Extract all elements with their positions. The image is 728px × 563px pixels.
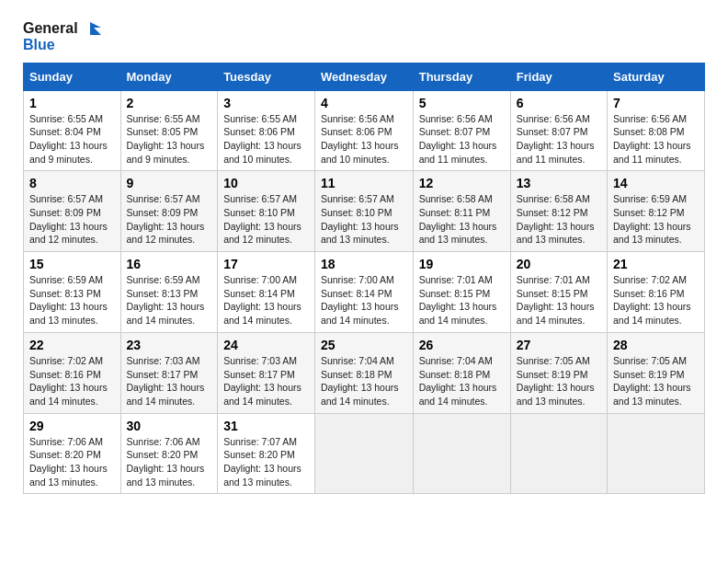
calendar-cell: 13 Sunrise: 6:58 AMSunset: 8:12 PMDaylig…: [510, 171, 607, 252]
day-number: 12: [419, 176, 505, 190]
day-number: 14: [613, 176, 699, 190]
day-info: Sunrise: 6:56 AMSunset: 8:07 PMDaylight:…: [517, 112, 601, 167]
calendar-cell: 27 Sunrise: 7:05 AMSunset: 8:19 PMDaylig…: [510, 332, 607, 413]
day-number: 9: [127, 176, 212, 190]
header-day-monday: Monday: [120, 63, 218, 90]
day-number: 26: [419, 338, 505, 352]
calendar-table: SundayMondayTuesdayWednesdayThursdayFrid…: [23, 63, 705, 495]
day-info: Sunrise: 6:59 AMSunset: 8:13 PMDaylight:…: [127, 273, 212, 327]
calendar-cell: [314, 413, 413, 494]
calendar-cell: [607, 413, 704, 494]
day-info: Sunrise: 7:04 AMSunset: 8:18 PMDaylight:…: [321, 354, 407, 408]
calendar-cell: 26 Sunrise: 7:04 AMSunset: 8:18 PMDaylig…: [413, 332, 510, 413]
calendar-cell: 7 Sunrise: 6:56 AMSunset: 8:08 PMDayligh…: [607, 90, 704, 171]
day-info: Sunrise: 6:57 AMSunset: 8:10 PMDaylight:…: [321, 192, 407, 247]
day-info: Sunrise: 7:00 AMSunset: 8:14 PMDaylight:…: [321, 273, 407, 327]
day-info: Sunrise: 7:02 AMSunset: 8:16 PMDaylight:…: [613, 273, 699, 327]
week-row-2: 8 Sunrise: 6:57 AMSunset: 8:09 PMDayligh…: [24, 171, 705, 252]
calendar-cell: 30 Sunrise: 7:06 AMSunset: 8:20 PMDaylig…: [120, 413, 218, 494]
calendar-cell: [413, 413, 510, 494]
calendar-cell: 2 Sunrise: 6:55 AMSunset: 8:05 PMDayligh…: [120, 90, 218, 171]
calendar-cell: 21 Sunrise: 7:02 AMSunset: 8:16 PMDaylig…: [607, 252, 704, 333]
day-number: 24: [223, 338, 309, 352]
day-number: 10: [223, 176, 309, 190]
logo-general: General: [23, 20, 78, 37]
day-info: Sunrise: 6:57 AMSunset: 8:09 PMDaylight:…: [127, 192, 212, 247]
calendar-cell: 9 Sunrise: 6:57 AMSunset: 8:09 PMDayligh…: [120, 171, 218, 252]
day-number: 23: [127, 338, 212, 352]
calendar-cell: 25 Sunrise: 7:04 AMSunset: 8:18 PMDaylig…: [314, 332, 413, 413]
day-number: 6: [517, 96, 601, 110]
day-number: 2: [127, 96, 212, 110]
week-row-5: 29 Sunrise: 7:06 AMSunset: 8:20 PMDaylig…: [24, 413, 705, 494]
calendar-cell: 19 Sunrise: 7:01 AMSunset: 8:15 PMDaylig…: [413, 252, 510, 333]
calendar-cell: 31 Sunrise: 7:07 AMSunset: 8:20 PMDaylig…: [218, 413, 315, 494]
calendar-header-row: SundayMondayTuesdayWednesdayThursdayFrid…: [24, 63, 705, 90]
logo-bird-icon: [81, 18, 101, 39]
calendar-cell: 16 Sunrise: 6:59 AMSunset: 8:13 PMDaylig…: [120, 252, 218, 333]
calendar-cell: 5 Sunrise: 6:56 AMSunset: 8:07 PMDayligh…: [413, 90, 510, 171]
day-number: 19: [419, 257, 505, 271]
calendar-cell: 12 Sunrise: 6:58 AMSunset: 8:11 PMDaylig…: [413, 171, 510, 252]
day-info: Sunrise: 7:06 AMSunset: 8:20 PMDaylight:…: [29, 435, 115, 489]
calendar-cell: 10 Sunrise: 6:57 AMSunset: 8:10 PMDaylig…: [218, 171, 315, 252]
logo-text: General Blue: [23, 18, 101, 53]
day-info: Sunrise: 7:07 AMSunset: 8:20 PMDaylight:…: [223, 435, 309, 489]
day-info: Sunrise: 7:00 AMSunset: 8:14 PMDaylight:…: [223, 273, 309, 327]
day-info: Sunrise: 6:55 AMSunset: 8:06 PMDaylight:…: [223, 112, 309, 167]
svg-marker-0: [90, 22, 101, 35]
day-number: 16: [127, 257, 212, 271]
day-info: Sunrise: 6:57 AMSunset: 8:10 PMDaylight:…: [223, 192, 309, 247]
calendar-cell: 15 Sunrise: 6:59 AMSunset: 8:13 PMDaylig…: [24, 252, 121, 333]
day-number: 8: [29, 176, 115, 190]
calendar-cell: 8 Sunrise: 6:57 AMSunset: 8:09 PMDayligh…: [24, 171, 121, 252]
day-number: 13: [517, 176, 601, 190]
calendar-cell: 4 Sunrise: 6:56 AMSunset: 8:06 PMDayligh…: [314, 90, 413, 171]
calendar-cell: 3 Sunrise: 6:55 AMSunset: 8:06 PMDayligh…: [218, 90, 315, 171]
logo-blue: Blue: [23, 37, 101, 53]
day-number: 5: [419, 96, 505, 110]
header-day-wednesday: Wednesday: [314, 63, 413, 90]
calendar-cell: 14 Sunrise: 6:59 AMSunset: 8:12 PMDaylig…: [607, 171, 704, 252]
week-row-4: 22 Sunrise: 7:02 AMSunset: 8:16 PMDaylig…: [24, 332, 705, 413]
day-info: Sunrise: 7:06 AMSunset: 8:20 PMDaylight:…: [127, 435, 212, 489]
day-number: 7: [613, 96, 699, 110]
calendar-cell: 11 Sunrise: 6:57 AMSunset: 8:10 PMDaylig…: [314, 171, 413, 252]
day-number: 25: [321, 338, 407, 352]
calendar-cell: 17 Sunrise: 7:00 AMSunset: 8:14 PMDaylig…: [218, 252, 315, 333]
day-info: Sunrise: 6:59 AMSunset: 8:13 PMDaylight:…: [29, 273, 115, 327]
day-number: 30: [127, 419, 212, 433]
day-info: Sunrise: 7:02 AMSunset: 8:16 PMDaylight:…: [29, 354, 115, 408]
day-number: 17: [223, 257, 309, 271]
day-number: 28: [613, 338, 699, 352]
day-info: Sunrise: 6:59 AMSunset: 8:12 PMDaylight:…: [613, 192, 699, 247]
day-info: Sunrise: 7:01 AMSunset: 8:15 PMDaylight:…: [419, 273, 505, 327]
day-info: Sunrise: 6:58 AMSunset: 8:11 PMDaylight:…: [419, 192, 505, 247]
day-number: 29: [29, 419, 115, 433]
calendar-cell: 6 Sunrise: 6:56 AMSunset: 8:07 PMDayligh…: [510, 90, 607, 171]
header-day-saturday: Saturday: [607, 63, 704, 90]
day-info: Sunrise: 6:56 AMSunset: 8:07 PMDaylight:…: [419, 112, 505, 167]
day-number: 22: [29, 338, 115, 352]
calendar-cell: 20 Sunrise: 7:01 AMSunset: 8:15 PMDaylig…: [510, 252, 607, 333]
day-number: 3: [223, 96, 309, 110]
calendar-cell: 18 Sunrise: 7:00 AMSunset: 8:14 PMDaylig…: [314, 252, 413, 333]
day-number: 11: [321, 176, 407, 190]
calendar-cell: 28 Sunrise: 7:05 AMSunset: 8:19 PMDaylig…: [607, 332, 704, 413]
day-info: Sunrise: 6:57 AMSunset: 8:09 PMDaylight:…: [29, 192, 115, 247]
header-day-thursday: Thursday: [413, 63, 510, 90]
header-day-tuesday: Tuesday: [218, 63, 315, 90]
day-info: Sunrise: 6:58 AMSunset: 8:12 PMDaylight:…: [517, 192, 601, 247]
day-info: Sunrise: 6:56 AMSunset: 8:08 PMDaylight:…: [613, 112, 699, 167]
day-info: Sunrise: 6:56 AMSunset: 8:06 PMDaylight:…: [321, 112, 407, 167]
day-info: Sunrise: 7:04 AMSunset: 8:18 PMDaylight:…: [419, 354, 505, 408]
day-info: Sunrise: 6:55 AMSunset: 8:04 PMDaylight:…: [29, 112, 115, 167]
day-number: 18: [321, 257, 407, 271]
day-info: Sunrise: 6:55 AMSunset: 8:05 PMDaylight:…: [127, 112, 212, 167]
calendar-cell: 24 Sunrise: 7:03 AMSunset: 8:17 PMDaylig…: [218, 332, 315, 413]
calendar-body: 1 Sunrise: 6:55 AMSunset: 8:04 PMDayligh…: [24, 90, 705, 494]
header-day-friday: Friday: [510, 63, 607, 90]
calendar-cell: 22 Sunrise: 7:02 AMSunset: 8:16 PMDaylig…: [24, 332, 121, 413]
day-number: 1: [29, 96, 115, 110]
day-number: 31: [223, 419, 309, 433]
